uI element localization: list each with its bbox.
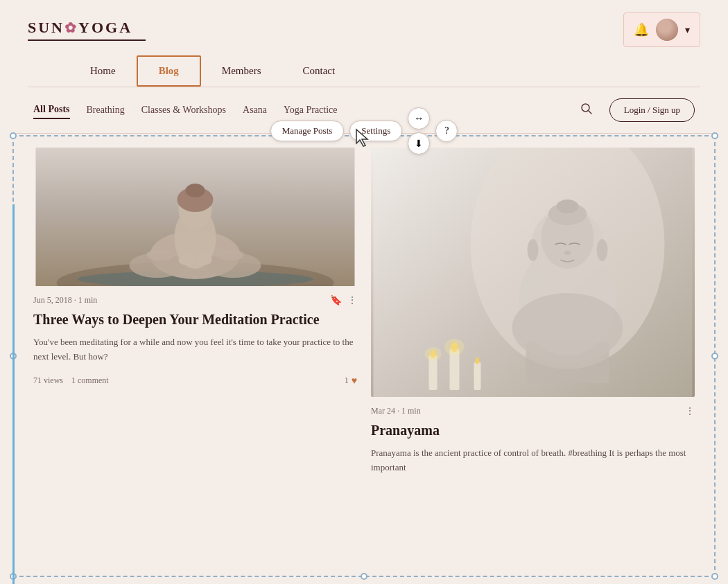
nav-home[interactable]: Home <box>69 57 137 85</box>
toolbar-icons: ↔ ⬇ <box>408 107 430 154</box>
post-card-2: Mar 24 · 1 min ⋮ Pranayama Pranayama is … <box>364 148 702 500</box>
post-1-excerpt: You've been meditating for a while and n… <box>33 335 357 364</box>
post-2-actions: ⋮ <box>685 405 695 417</box>
logo[interactable]: SUN✿YOGA <box>28 19 146 41</box>
svg-point-26 <box>528 239 539 261</box>
avatar[interactable] <box>656 19 678 41</box>
nav-blog[interactable]: Blog <box>137 55 201 87</box>
svg-point-15 <box>186 184 205 197</box>
settings-button[interactable]: Settings <box>349 121 402 141</box>
main-nav: Home Blog Members Contact <box>28 55 700 87</box>
post-1-views: 71 views <box>33 375 63 386</box>
svg-point-27 <box>597 239 608 261</box>
post-1-likes[interactable]: 1 ♥ <box>345 375 357 387</box>
post-1-date: Jun 5, 2018 · 1 min <box>33 295 97 306</box>
svg-point-11 <box>179 254 196 265</box>
blue-side-line <box>12 204 15 584</box>
post-2-title: Pranayama <box>371 421 695 439</box>
svg-point-12 <box>196 254 212 265</box>
svg-point-9 <box>147 249 175 260</box>
logo-text: SUN✿YOGA <box>28 19 132 37</box>
post-1-footer: 71 views 1 comment 1 ♥ <box>33 375 357 387</box>
handle-bm[interactable] <box>361 573 367 580</box>
more-options-icon[interactable]: ⋮ <box>347 294 357 306</box>
post-1-stats: 71 views 1 comment <box>33 375 109 386</box>
header-top: SUN✿YOGA 🔔 ▾ <box>28 12 700 55</box>
bookmark-icon[interactable]: 🔖 <box>330 294 342 306</box>
post-1-actions: 🔖 ⋮ <box>330 294 357 306</box>
chevron-down-icon[interactable]: ▾ <box>685 24 690 36</box>
post-1-title: Three Ways to Deepen Your Meditation Pra… <box>33 310 357 328</box>
post-2-meta: Mar 24 · 1 min ⋮ <box>371 397 695 421</box>
svg-point-35 <box>445 339 465 355</box>
bell-icon[interactable]: 🔔 <box>634 22 649 37</box>
svg-point-33 <box>476 357 480 364</box>
svg-point-34 <box>425 347 442 361</box>
nav-contact[interactable]: Contact <box>282 57 356 85</box>
logo-underline <box>28 39 146 41</box>
manage-posts-button[interactable]: Manage Posts <box>270 121 345 141</box>
toolbar-overlay: Manage Posts Settings ↔ ⬇ ? <box>0 107 728 154</box>
svg-point-25 <box>564 251 571 255</box>
handle-br[interactable] <box>711 573 718 580</box>
post-2-date: Mar 24 · 1 min <box>371 406 421 416</box>
svg-point-20 <box>512 293 623 362</box>
download-icon-button[interactable]: ⬇ <box>408 132 430 154</box>
header: SUN✿YOGA 🔔 ▾ Home Blog Members Contact <box>0 0 728 87</box>
post-2-excerpt: Pranayama is the ancient practice of con… <box>371 446 695 475</box>
svg-rect-30 <box>474 362 481 390</box>
post-card-1: Jun 5, 2018 · 1 min 🔖 ⋮ Three Ways to De… <box>26 148 364 500</box>
nav-members[interactable]: Members <box>201 57 282 85</box>
post-1-comments: 1 comment <box>71 375 109 386</box>
post-1-meta: Jun 5, 2018 · 1 min 🔖 ⋮ <box>33 286 357 310</box>
logo-flower: ✿ <box>64 20 78 35</box>
svg-point-24 <box>557 200 579 213</box>
header-user-area[interactable]: 🔔 ▾ <box>623 12 700 47</box>
help-icon-button[interactable]: ? <box>435 120 458 142</box>
svg-point-10 <box>216 249 244 260</box>
posts-grid: Jun 5, 2018 · 1 min 🔖 ⋮ Three Ways to De… <box>12 134 716 500</box>
resize-icon-button[interactable]: ↔ <box>408 107 430 130</box>
avatar-image <box>656 19 678 41</box>
post-image-1 <box>33 148 357 286</box>
post-image-2 <box>371 148 695 397</box>
heart-icon[interactable]: ♥ <box>352 375 357 387</box>
more-options-icon-2[interactable]: ⋮ <box>685 405 695 417</box>
